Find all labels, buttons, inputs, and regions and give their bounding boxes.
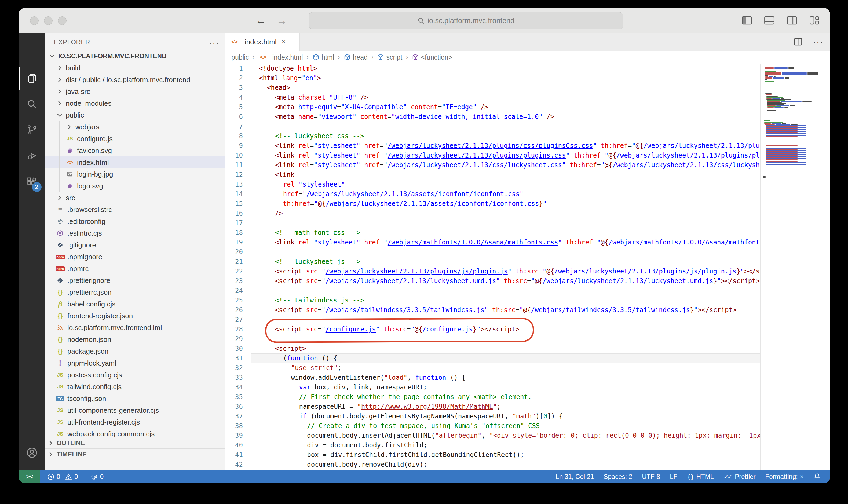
code-line-1[interactable]: 1<!doctype html> (225, 64, 760, 73)
indentation[interactable]: Spaces: 2 (603, 473, 632, 480)
activity-source-control-icon[interactable] (19, 118, 45, 141)
editor-more-actions-icon[interactable]: ··· (813, 37, 824, 47)
code-line-21[interactable]: 21<!-- luckysheet js --> (225, 257, 760, 267)
tree-item-src[interactable]: src (45, 192, 225, 204)
traffic-minimize-button[interactable] (44, 16, 53, 25)
activity-explorer-icon[interactable] (19, 67, 45, 90)
code-line-40[interactable]: 40div = document.body.firstChild; (225, 440, 760, 450)
tab-index-html[interactable]: <> index.html × (225, 33, 300, 51)
editor-layout-icon[interactable] (809, 15, 820, 26)
code-line-11[interactable]: 11<link rel="stylesheet" href="/webjars/… (225, 160, 760, 170)
toggle-sidebar-left-icon[interactable] (741, 15, 753, 26)
code-line-20[interactable]: 20 (225, 247, 760, 257)
code-line-38[interactable]: 38// Create a div to test mspace, using … (225, 421, 760, 431)
tree-item-nodemon-json[interactable]: {}nodemon.json (45, 334, 225, 345)
code-line-34[interactable]: 34var box, div, link, namespaceURI; (225, 382, 760, 392)
code-line-13[interactable]: 13rel="stylesheet" (225, 180, 760, 189)
split-editor-icon[interactable] (793, 37, 803, 47)
tree-item--prettierignore[interactable]: .prettierignore (45, 274, 225, 286)
scrollbar-handle[interactable] (830, 142, 830, 144)
code-line-2[interactable]: 2<html lang="en"> (225, 73, 760, 83)
notifications-bell-icon[interactable] (813, 473, 821, 480)
tab-close-icon[interactable]: × (282, 38, 286, 46)
tree-item-index-html[interactable]: <>index.html (45, 157, 225, 168)
tree-item--npmignore[interactable]: npm.npmignore (45, 251, 225, 263)
code-line-6[interactable]: 6<meta name="viewport" content="width=de… (225, 112, 760, 122)
tree-item--npmrc[interactable]: npm.npmrc (45, 263, 225, 274)
code-line-26[interactable]: 26<script src="/webjars/tailwindcss/3.3.… (225, 305, 760, 315)
remote-indicator[interactable]: >< (19, 470, 40, 483)
traffic-close-button[interactable] (30, 16, 39, 25)
tree-item-build[interactable]: build (45, 62, 225, 74)
tree-item-util-components-generator-cjs[interactable]: JSutil-components-generator.cjs (45, 404, 225, 416)
toggle-sidebar-right-icon[interactable] (786, 15, 798, 26)
code-line-19[interactable]: 19<link rel="stylesheet" href="/webjars/… (225, 237, 760, 247)
toggle-panel-icon[interactable] (763, 15, 775, 26)
language-mode[interactable]: {} HTML (687, 473, 714, 480)
formatting-status[interactable]: Formatting: × (765, 473, 804, 480)
code-editor[interactable]: 1<!doctype html>2<html lang="en">3<head>… (225, 64, 760, 470)
navigate-back-icon[interactable]: ← (255, 15, 267, 26)
activity-extensions-icon[interactable]: 2 (19, 170, 45, 194)
ports-indicator[interactable]: 0 (90, 473, 104, 480)
breadcrumb-script[interactable]: script (377, 53, 402, 61)
tree-item-tsconfig-json[interactable]: TStsconfig.json (45, 393, 225, 404)
tree-item-node-modules[interactable]: node_modules (45, 97, 225, 109)
code-line-42[interactable]: 42document.body.removeChild(div); (225, 460, 760, 469)
code-line-4[interactable]: 4<meta charset="UTF-8" /> (225, 93, 760, 102)
tree-item-favicon-svg[interactable]: favicon.svg (45, 145, 225, 157)
tree-item-configure-js[interactable]: JSconfigure.js (45, 133, 225, 145)
tree-item-dist-public-io-sc-platform-mvc-frontend[interactable]: dist / public / io.sc.platform.mvc.front… (45, 74, 225, 86)
timeline-section[interactable]: TIMELINE (45, 448, 225, 460)
code-line-24[interactable]: 24 (225, 286, 760, 295)
tree-item--editorconfig[interactable]: .editorconfig (45, 216, 225, 227)
code-line-31[interactable]: 31(function () { (225, 354, 760, 363)
activity-run-debug-icon[interactable] (19, 144, 45, 167)
code-line-17[interactable]: 17 (225, 218, 760, 228)
code-line-36[interactable]: 36namespaceURI = "http://www.w3.org/1998… (225, 402, 760, 411)
code-line-41[interactable]: 41box = div.firstChild.firstChild.getBou… (225, 450, 760, 460)
code-line-32[interactable]: 32"use strict"; (225, 363, 760, 373)
minimap[interactable] (760, 64, 830, 470)
tree-item-io-sc-platform-mvc-frontend-iml[interactable]: io.sc.platform.mvc.frontend.iml (45, 322, 225, 334)
activity-search-icon[interactable] (19, 93, 45, 116)
tree-item-package-json[interactable]: {}package.json (45, 345, 225, 357)
tree-item-frontend-register-json[interactable]: {}frontend-register.json (45, 310, 225, 322)
code-line-5[interactable]: 5<meta http-equiv="X-UA-Compatible" cont… (225, 102, 760, 112)
code-line-25[interactable]: 25<!-- tailwindcss js --> (225, 295, 760, 305)
tree-item--prettierrc-json[interactable]: {}.prettierrc.json (45, 286, 225, 298)
code-line-37[interactable]: 37if (document.body.getElementsByTagName… (225, 411, 760, 421)
code-line-18[interactable]: 18<!-- math font css --> (225, 228, 760, 237)
problems-indicator[interactable]: 0 0 (47, 473, 78, 480)
cursor-position[interactable]: Ln 31, Col 21 (556, 473, 594, 480)
eol-sequence[interactable]: LF (670, 473, 677, 480)
tree-item-babel-config-cjs[interactable]: βbabel.config.cjs (45, 298, 225, 310)
breadcrumb-index-html[interactable]: <>index.html (258, 53, 303, 61)
code-line-7[interactable]: 7 (225, 122, 760, 131)
code-line-16[interactable]: 16/> (225, 209, 760, 218)
activity-accounts-icon[interactable] (19, 441, 45, 464)
tree-item-webjars[interactable]: webjars (45, 121, 225, 133)
code-line-39[interactable]: 39document.body.insertAdjacentHTML("afte… (225, 431, 760, 440)
traffic-zoom-button[interactable] (58, 16, 67, 25)
code-line-9[interactable]: 9<link rel="stylesheet" href="/webjars/l… (225, 141, 760, 150)
breadcrumb--function-[interactable]: <function> (412, 53, 452, 61)
tree-item--browserslistrc[interactable]: ≡.browserslistrc (45, 204, 225, 216)
code-line-15[interactable]: 15th:href="@{/webjars/luckysheet/2.1.13/… (225, 199, 760, 209)
breadcrumb-html[interactable]: html (312, 53, 334, 61)
tree-item-logo-svg[interactable]: logo.svg (45, 180, 225, 192)
code-line-30[interactable]: 30<script> (225, 344, 760, 354)
tree-item-util-frontend-register-cjs[interactable]: JSutil-frontend-register.cjs (45, 416, 225, 428)
tree-item-java-src[interactable]: java-src (45, 86, 225, 97)
tree-item--gitignore[interactable]: .gitignore (45, 239, 225, 251)
code-line-23[interactable]: 23<script src="/webjars/luckysheet/2.1.1… (225, 276, 760, 286)
tree-item-public[interactable]: public (45, 109, 225, 121)
tree-item-login-bg-jpg[interactable]: login-bg.jpg (45, 168, 225, 180)
code-line-22[interactable]: 22<script src="/webjars/luckysheet/2.1.1… (225, 267, 760, 276)
command-center-search[interactable]: io.sc.platform.mvc.frontend (309, 12, 623, 29)
code-line-14[interactable]: 14href="/webjars/luckysheet/2.1.13/asset… (225, 189, 760, 199)
code-line-33[interactable]: 33window.addEventListener("load", functi… (225, 373, 760, 382)
navigate-forward-icon[interactable]: → (276, 15, 288, 26)
breadcrumb-public[interactable]: public (231, 53, 249, 61)
code-line-35[interactable]: 35// First check whether the page contai… (225, 392, 760, 402)
